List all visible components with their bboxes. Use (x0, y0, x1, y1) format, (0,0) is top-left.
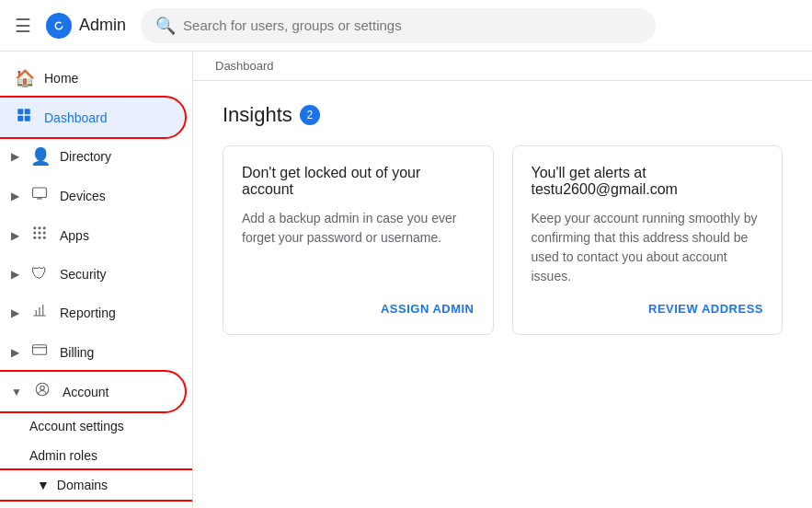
sidebar-item-reporting[interactable]: ▶ Reporting (0, 293, 185, 332)
directory-icon: 👤 (30, 146, 49, 167)
security-icon: 🛡 (30, 264, 49, 283)
main-content: Dashboard Insights 2 Don't get locked ou… (193, 52, 812, 508)
app-name-label: Admin (79, 16, 126, 35)
sidebar-domains-overview[interactable]: Overview (0, 500, 192, 508)
sidebar-item-account[interactable]: ▼ Account (0, 372, 185, 411)
home-icon: 🏠 (15, 68, 33, 88)
sidebar-admin-roles[interactable]: Admin roles (0, 441, 192, 470)
sidebar-directory-label: Directory (60, 149, 111, 164)
svg-point-8 (43, 226, 46, 229)
card1-body: Add a backup admin in case you ever forg… (242, 209, 475, 286)
sidebar-item-directory[interactable]: ▶ 👤 Directory (0, 137, 185, 176)
sidebar-item-dashboard[interactable]: Dashboard (0, 98, 185, 137)
sidebar-item-apps[interactable]: ▶ Apps (0, 215, 185, 255)
search-input[interactable] (183, 17, 641, 33)
svg-point-14 (43, 237, 46, 239)
logo-area: Admin (46, 13, 126, 39)
sidebar-reporting-label: Reporting (60, 306, 116, 320)
sidebar-security-label: Security (60, 267, 107, 282)
svg-rect-5 (33, 188, 47, 198)
content-inner: Insights 2 Don't get locked out of your … (193, 81, 812, 357)
admin-roles-label: Admin roles (29, 448, 97, 463)
svg-point-11 (43, 232, 46, 235)
logo-circle (46, 13, 72, 39)
card-alerts: You'll get alerts at testu2600@gmail.com… (512, 145, 783, 335)
account-settings-label: Account settings (29, 419, 124, 433)
insights-title: Insights (223, 103, 292, 127)
sidebar-account-label: Account (63, 385, 109, 399)
sidebar-item-home[interactable]: 🏠 Home (0, 59, 185, 98)
sidebar-item-devices[interactable]: ▶ Devices (0, 176, 185, 215)
devices-chevron-icon: ▶ (11, 190, 19, 202)
sidebar-home-label: Home (44, 71, 78, 86)
directory-chevron-icon: ▶ (11, 150, 19, 163)
search-bar[interactable]: 🔍 (141, 8, 656, 43)
apps-chevron-icon: ▶ (11, 229, 19, 242)
security-chevron-icon: ▶ (11, 268, 19, 281)
card2-action: REVIEW ADDRESS (532, 301, 764, 316)
svg-rect-2 (25, 109, 30, 114)
apps-icon (30, 225, 49, 246)
review-address-button[interactable]: REVIEW ADDRESS (648, 302, 763, 316)
account-icon (33, 381, 51, 402)
insights-header: Insights 2 (223, 103, 783, 127)
main-layout: 🏠 Home Dashboard ▶ 👤 Directory ▶ Devices… (0, 52, 812, 508)
svg-point-7 (39, 226, 41, 229)
reporting-chevron-icon: ▶ (11, 306, 19, 319)
sidebar-item-billing[interactable]: ▶ Billing (0, 332, 185, 372)
svg-rect-15 (33, 345, 47, 355)
reporting-icon (30, 302, 49, 323)
svg-rect-4 (25, 116, 30, 121)
card1-title: Don't get locked out of your account (242, 165, 475, 198)
billing-chevron-icon: ▶ (11, 346, 19, 359)
billing-icon (30, 341, 49, 363)
devices-icon (30, 185, 49, 206)
svg-point-17 (40, 386, 45, 390)
svg-point-12 (33, 237, 36, 239)
card2-body: Keep your account running smoothly by co… (532, 209, 764, 286)
sidebar-dashboard-label: Dashboard (44, 110, 108, 125)
svg-point-6 (33, 226, 36, 229)
breadcrumb: Dashboard (193, 52, 812, 81)
card1-action: ASSIGN ADMIN (242, 301, 475, 316)
account-chevron-icon: ▼ (11, 386, 22, 398)
cards-row: Don't get locked out of your account Add… (223, 145, 783, 335)
sidebar: 🏠 Home Dashboard ▶ 👤 Directory ▶ Devices… (0, 52, 193, 508)
sidebar-account-settings[interactable]: Account settings (0, 411, 192, 441)
dashboard-icon (15, 107, 33, 128)
assign-admin-button[interactable]: ASSIGN ADMIN (381, 302, 475, 316)
topbar: ☰ Admin 🔍 (0, 0, 812, 52)
svg-rect-3 (17, 116, 23, 121)
sidebar-billing-label: Billing (60, 345, 94, 360)
card-locked-out: Don't get locked out of your account Add… (223, 145, 494, 335)
sidebar-apps-label: Apps (60, 228, 89, 243)
svg-rect-1 (17, 109, 23, 114)
sidebar-item-security[interactable]: ▶ 🛡 Security (0, 255, 185, 293)
domains-chevron-icon: ▼ (37, 478, 50, 492)
sidebar-devices-label: Devices (60, 189, 106, 203)
svg-point-9 (33, 232, 36, 235)
search-icon: 🔍 (155, 16, 176, 36)
menu-icon[interactable]: ☰ (15, 15, 31, 37)
svg-point-13 (39, 237, 41, 239)
card2-title: You'll get alerts at testu2600@gmail.com (532, 165, 764, 198)
domains-label: Domains (57, 478, 108, 492)
insights-badge: 2 (300, 105, 320, 125)
sidebar-domains[interactable]: ▼ Domains (0, 470, 192, 500)
svg-point-10 (39, 232, 41, 235)
